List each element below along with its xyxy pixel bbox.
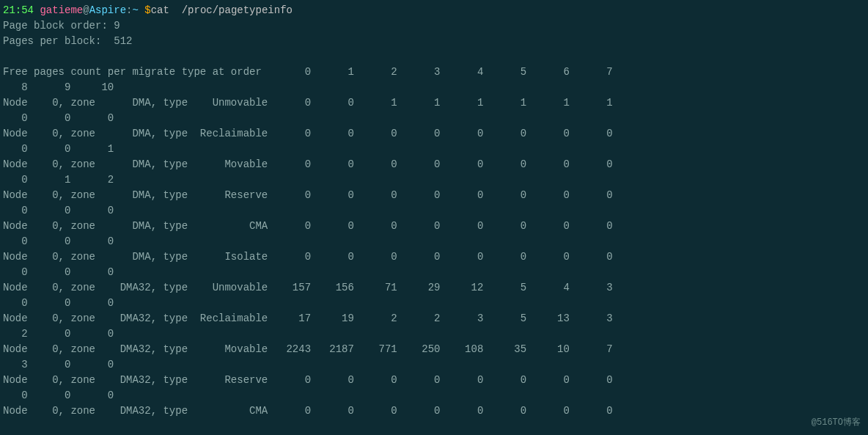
data-row-wrap: 0 0 1 (3, 142, 865, 157)
data-row: Node 0, zone DMA, type CMA 0 0 0 0 0 0 0… (3, 219, 865, 234)
time: 21:54 (3, 4, 34, 16)
data-row: Node 0, zone DMA32, type Reserve 0 0 0 0… (3, 373, 865, 388)
title-line-1: Free pages count per migrate type at ord… (3, 65, 865, 80)
blank-line (3, 49, 865, 65)
data-row: Node 0, zone DMA32, type Movable 2243 21… (3, 342, 865, 357)
data-row: Node 0, zone DMA32, type Unmovable 157 1… (3, 280, 865, 296)
argument: /proc/pagetypeinfo (169, 4, 293, 16)
data-row: Node 0, zone DMA32, type Reclaimable 17 … (3, 311, 865, 326)
data-row: Node 0, zone DMA32, type CMA 0 0 0 0 0 0… (3, 403, 865, 419)
command: cat (151, 4, 169, 16)
watermark: @516TO博客 (812, 416, 861, 429)
data-row-wrap: 0 0 0 (3, 234, 865, 249)
data-row-wrap: 2 0 0 (3, 326, 865, 342)
data-row-wrap: 0 1 2 (3, 172, 865, 188)
data-row: Node 0, zone DMA, type Isolate 0 0 0 0 0… (3, 249, 865, 265)
data-row: Node 0, zone DMA, type Unmovable 0 0 1 1… (3, 95, 865, 111)
data-row: Node 0, zone DMA, type Reserve 0 0 0 0 0… (3, 188, 865, 203)
data-row-wrap: 0 0 0 (3, 265, 865, 280)
data-row-wrap: 0 0 0 (3, 296, 865, 311)
header-line-2: Pages per block: 512 (3, 34, 865, 49)
dollar: $ (139, 4, 151, 16)
title-line-2: 8 9 10 (3, 80, 865, 95)
data-row: Node 0, zone DMA, type Movable 0 0 0 0 0… (3, 157, 865, 172)
data-row-wrap: 0 0 0 (3, 203, 865, 219)
data-row-wrap: 0 0 0 (3, 388, 865, 403)
data-row-wrap: 0 0 0 (3, 111, 865, 126)
user: gatieme (40, 4, 83, 16)
prompt-line: 21:54 gatieme@Aspire:~ $cat /proc/pagety… (3, 3, 865, 18)
path: ~ (132, 4, 138, 16)
data-row-wrap: 3 0 0 (3, 357, 865, 373)
data-row: Node 0, zone DMA, type Reclaimable 0 0 0… (3, 126, 865, 142)
at-symbol: @ (83, 4, 89, 16)
header-line-1: Page block order: 9 (3, 18, 865, 34)
host: Aspire (89, 4, 126, 16)
